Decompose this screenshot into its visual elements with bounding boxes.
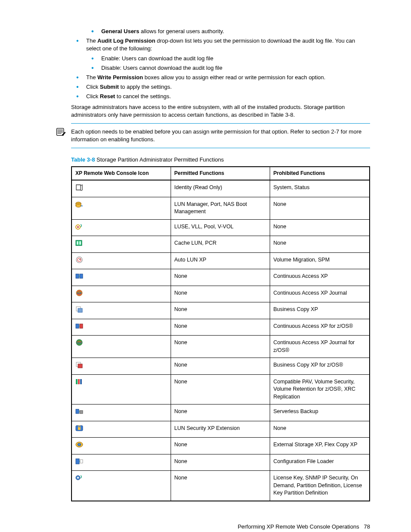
svg-rect-8 [79, 241, 81, 245]
footer-page: 78 [364, 523, 370, 530]
svg-rect-27 [78, 427, 81, 430]
svg-point-3 [76, 205, 81, 207]
identity-icon [72, 180, 171, 197]
permitted-cell: None [171, 471, 270, 501]
table-row: NoneServerless Backup [72, 404, 370, 421]
svg-point-29 [78, 443, 81, 446]
table-row: NoneContinuous Access XP Journal [72, 286, 370, 302]
main-list: The Audit Log Permission drop-down list … [71, 37, 370, 100]
svg-rect-20 [78, 364, 82, 368]
cache-lun-icon [72, 236, 171, 253]
note-text: Each option needs to be enabled before y… [71, 128, 370, 143]
permitted-cell: None [171, 454, 270, 471]
table-row: NoneBusiness Copy XP for z/OS® [72, 358, 370, 375]
permitted-cell: None [171, 286, 270, 302]
table-caption-text: Storage Partition Administrator Permitte… [95, 156, 224, 163]
ca-journal-icon [72, 286, 171, 302]
table-row: Cache LUN, PCRNone [72, 236, 370, 253]
table-row: NoneExternal Storage XP, Flex Copy XP [72, 438, 370, 454]
table-header-row: XP Remote Web Console Icon Permitted Fun… [72, 167, 370, 180]
permitted-cell: Cache LUN, PCR [171, 236, 270, 253]
lun-manager-icon [72, 197, 171, 219]
svg-rect-31 [80, 460, 83, 463]
ca-zos-icon [72, 319, 171, 336]
table-row: NoneContinuous Access XP for z/OS® [72, 319, 370, 336]
pav-icon [72, 374, 171, 404]
svg-rect-11 [76, 274, 79, 278]
prohibited-cell: Serverless Backup [270, 404, 370, 421]
bullet-audit: The Audit Log Permission drop-down list … [71, 37, 370, 72]
prohibited-cell: None [270, 236, 370, 253]
bullet-audit-enable: Enable: Users can download the audit log… [86, 55, 370, 62]
table-row: LUSE, VLL, Pool, V-VOLNone [72, 219, 370, 236]
auto-lun-icon [72, 252, 171, 269]
table-row: NoneCompatible PAV, Volume Security, Vol… [72, 374, 370, 404]
top-list: General Users allows for general users a… [86, 28, 370, 35]
table-row: NoneContinuous Access XP [72, 269, 370, 286]
permitted-cell: LUN Manager, Port, NAS Boot Management [171, 197, 270, 219]
lun-security-icon [72, 421, 171, 438]
table-row: Identity (Read Only)System, Status [72, 180, 370, 197]
luse-icon [72, 219, 171, 236]
permitted-cell: None [171, 319, 270, 336]
desc-general-users: allows for general users authority. [139, 28, 224, 34]
svg-point-33 [77, 477, 79, 479]
ca-journal-zos-icon [72, 336, 171, 358]
prohibited-cell: None [270, 197, 370, 219]
table-caption: Table 3-8 Storage Partition Administrato… [71, 156, 370, 164]
svg-rect-24 [76, 409, 79, 414]
bullet-submit: Click Submit to apply the settings. [71, 83, 370, 91]
svg-rect-30 [76, 459, 79, 464]
permitted-cell: None [171, 269, 270, 286]
header-prohibited: Prohibited Functions [270, 167, 370, 180]
bc-xp-icon [72, 302, 171, 319]
svg-rect-25 [80, 411, 83, 414]
prohibited-cell: None [270, 219, 370, 236]
para-admins: Storage administrators have access to th… [71, 103, 370, 119]
footer-title: Performing XP Remote Web Console Operati… [238, 523, 359, 530]
bullet-reset: Click Reset to cancel the settings. [71, 93, 370, 100]
permitted-cell: None [171, 404, 270, 421]
bc-zos-icon [72, 358, 171, 375]
serverless-icon [72, 404, 171, 421]
bullet-audit-disable: Disable: Users cannot download the audit… [86, 64, 370, 72]
permitted-cell: Auto LUN XP [171, 252, 270, 269]
prohibited-cell: Continuous Access XP [270, 269, 370, 286]
prohibited-cell: Business Copy XP for z/OS® [270, 358, 370, 375]
page-content: General Users allows for general users a… [71, 28, 370, 501]
config-loader-icon [72, 454, 171, 471]
prohibited-cell: License Key, SNMP IP Security, On Demand… [270, 471, 370, 501]
ca-xp-icon [72, 269, 171, 286]
bold-general-users: General Users [101, 28, 139, 34]
prohibited-cell: Business Copy XP [270, 302, 370, 319]
table-row: NoneLicense Key, SNMP IP Security, On De… [72, 471, 370, 501]
svg-rect-15 [78, 308, 82, 312]
table-row: NoneConfiguration File Loader [72, 454, 370, 471]
functions-table: XP Remote Web Console Icon Permitted Fun… [71, 166, 370, 501]
svg-rect-12 [80, 274, 83, 278]
license-key-icon [72, 471, 171, 501]
bullet-write: The Write Permission boxes allow you to … [71, 74, 370, 81]
header-permitted: Permitted Functions [171, 167, 270, 180]
prohibited-cell: Configuration File Loader [270, 454, 370, 471]
prohibited-cell: Continuous Access XP Journal [270, 286, 370, 302]
prohibited-cell: System, Status [270, 180, 370, 197]
permitted-cell: LUN Security XP Extension [171, 421, 270, 438]
table-row: NoneBusiness Copy XP [72, 302, 370, 319]
svg-rect-21 [76, 379, 78, 384]
page-footer: Performing XP Remote Web Console Operati… [56, 523, 370, 531]
svg-point-5 [77, 226, 79, 228]
svg-rect-17 [80, 324, 83, 328]
prohibited-cell: External Storage XP, Flex Copy XP [270, 438, 370, 454]
permitted-cell: None [171, 358, 270, 375]
table-row: LUN Manager, Port, NAS Boot ManagementNo… [72, 197, 370, 219]
prohibited-cell: None [270, 421, 370, 438]
divider-bottom [71, 148, 370, 148]
table-row: LUN Security XP ExtensionNone [72, 421, 370, 438]
svg-rect-16 [76, 324, 79, 328]
permitted-cell: None [171, 438, 270, 454]
note-icon [56, 128, 66, 139]
bullet-general-users: General Users allows for general users a… [86, 28, 370, 35]
header-icon: XP Remote Web Console Icon [72, 167, 171, 180]
permitted-cell: Identity (Read Only) [171, 180, 270, 197]
